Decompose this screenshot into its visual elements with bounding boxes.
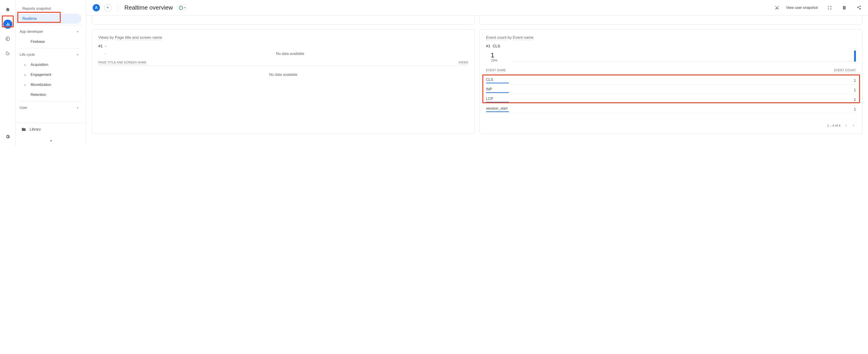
check-icon: ✓ — [179, 6, 183, 10]
sidebar-engagement[interactable]: ▸Engagement — [16, 70, 86, 80]
chevron-up-icon — [75, 106, 80, 110]
events-card-title: Event count by Event name — [486, 35, 856, 40]
section-label: Life cycle — [20, 52, 35, 57]
chevron-right-icon[interactable] — [851, 123, 856, 128]
divider — [118, 4, 118, 12]
advertising-icon[interactable] — [3, 49, 12, 58]
table-row[interactable]: session_start1 — [486, 104, 856, 113]
add-comparison-button[interactable]: + — [104, 4, 111, 11]
section-app-developer[interactable]: App developer — [16, 27, 86, 37]
table-row[interactable]: CLS1 — [486, 75, 856, 84]
user-snapshot-icon[interactable] — [774, 5, 780, 10]
views-card-title: Views by Page title and screen name — [98, 35, 468, 40]
events-rank: #1 CLS — [486, 44, 856, 48]
fullscreen-icon[interactable] — [827, 5, 832, 10]
divider — [20, 25, 82, 25]
events-card: Event count by Event name #1 CLS 1 25% — [479, 29, 863, 134]
section-user[interactable]: User — [16, 103, 86, 113]
no-data-label: No data available — [112, 52, 468, 56]
audience-badge[interactable]: A — [93, 4, 100, 11]
card-stub — [479, 15, 863, 25]
chevron-up-icon — [75, 30, 80, 34]
spark-bar — [854, 50, 856, 62]
views-table-header: PAGE TITLE AND SCREEN NAME VIEWS — [98, 61, 468, 66]
reports-icon[interactable] — [3, 20, 12, 29]
events-top-value: 1 — [486, 52, 514, 59]
settings-icon[interactable] — [3, 132, 12, 141]
sidebar-footer: Library — [16, 123, 86, 146]
top-bar: A + Realtime overview ✓ ▾ View user snap… — [86, 0, 868, 15]
share-icon[interactable] — [856, 5, 862, 10]
explore-icon[interactable] — [3, 34, 12, 43]
table-row[interactable]: LCP1 — [486, 94, 856, 104]
compare-icon[interactable] — [841, 5, 847, 10]
chevron-left-icon[interactable] — [844, 123, 848, 128]
chevron-up-icon — [75, 52, 80, 57]
events-sparkline — [514, 50, 856, 62]
sidebar-acquisition[interactable]: ▸Acquisition — [16, 60, 86, 70]
chevron-down-icon: ▾ — [184, 6, 186, 9]
table-row[interactable]: INP1 — [486, 84, 856, 94]
main-area: A + Realtime overview ✓ ▾ View user snap… — [86, 0, 868, 146]
no-data-label: No data available — [98, 66, 468, 83]
section-label: User — [20, 106, 27, 110]
folder-icon — [22, 127, 26, 132]
page-title: Realtime overview — [124, 4, 173, 11]
events-pager: 1 – 4 of 4 — [486, 119, 856, 128]
views-rank: #1 - — [98, 44, 468, 48]
sidebar-monetization[interactable]: ▸Monetization — [16, 80, 86, 90]
sidebar-library[interactable]: Library — [16, 123, 86, 136]
section-life-cycle[interactable]: Life cycle — [16, 50, 86, 60]
card-stub — [92, 15, 475, 25]
sidebar-firebase[interactable]: ▸Firebase — [16, 37, 86, 47]
sidebar-retention[interactable]: ▸Retention — [16, 90, 86, 100]
views-card: Views by Page title and screen name #1 -… — [92, 29, 475, 134]
snapshot-link[interactable]: View user snapshot — [786, 6, 818, 10]
sidebar-realtime[interactable]: Realtime — [16, 14, 82, 24]
sidebar-reports-snapshot[interactable]: Reports snapshot — [16, 4, 86, 14]
nav-rail — [0, 0, 16, 146]
reports-sidebar: Reports snapshot Realtime App developer … — [16, 0, 86, 146]
events-table-header: EVENT NAME EVENT COUNT — [486, 69, 856, 74]
events-top-pct: 25% — [486, 59, 514, 62]
section-label: App developer — [20, 30, 43, 34]
status-pill[interactable]: ✓ ▾ — [177, 4, 188, 11]
events-table: CLS1 INP1 LCP1 session_start1 — [486, 75, 856, 113]
divider — [20, 48, 82, 48]
content-scroll[interactable]: Views by Page title and screen name #1 -… — [86, 15, 868, 146]
collapse-sidebar-icon[interactable] — [16, 136, 86, 146]
home-icon[interactable] — [3, 5, 12, 14]
